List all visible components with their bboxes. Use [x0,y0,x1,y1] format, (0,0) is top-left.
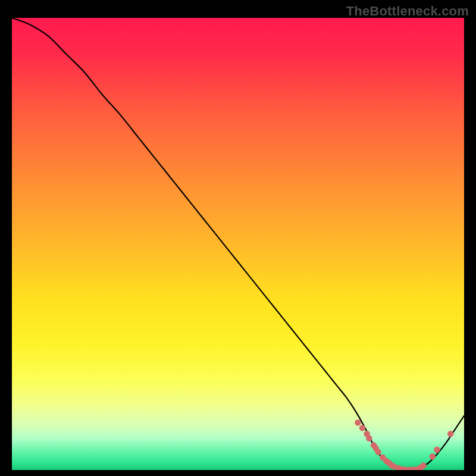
watermark-text: TheBottleneck.com [346,4,469,19]
highlight-dot [366,436,372,441]
bottleneck-curve [12,18,464,470]
plot-area [12,18,464,470]
highlight-dot [420,462,426,468]
highlight-dot [375,449,381,455]
highlight-dot [447,431,453,437]
highlight-dots [355,419,453,470]
highlight-dot [355,419,361,425]
highlight-dot [434,447,440,453]
highlight-dot [359,425,365,431]
highlight-dot [430,453,436,459]
chart-stage: TheBottleneck.com [0,0,476,476]
curve-layer [12,18,464,470]
